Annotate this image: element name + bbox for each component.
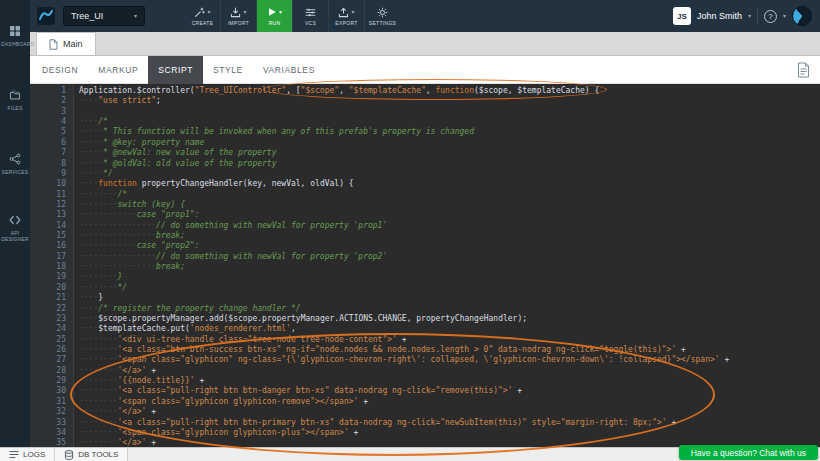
sidebar-item-label: SERVICES: [2, 169, 29, 175]
code-line: ·····* @key: property name: [79, 138, 820, 148]
logs-icon: [9, 450, 19, 459]
toolbar-icon-row: [377, 6, 388, 18]
line-number: 10: [30, 179, 66, 189]
toolbar-settings-button[interactable]: SETTINGS: [365, 0, 400, 32]
vcs-icon: [305, 7, 316, 18]
toolbar-import-button[interactable]: ▾IMPORT: [221, 0, 256, 32]
line-number: 21: [30, 293, 66, 303]
line-number: 16: [30, 241, 66, 251]
header-right: JS John Smith ▾ ? ▾: [673, 6, 820, 26]
line-number: 22: [30, 304, 66, 314]
code-content[interactable]: Application.$controller("Tree_UIControll…: [74, 84, 820, 447]
code-editor[interactable]: 1234567891011121314151617181920212223242…: [30, 84, 820, 447]
main-toolbar: ▾CREATE▾IMPORT▾RUNVCS▾EXPORTSETTINGS: [185, 0, 400, 32]
chevron-down-icon: ▾: [134, 13, 137, 19]
subtab-markup[interactable]: MARKUP: [88, 56, 148, 84]
code-line: ········*/: [79, 283, 820, 293]
wavemaker-logo-icon: [37, 7, 55, 25]
line-number: 30: [30, 386, 66, 396]
line-number: 23: [30, 314, 66, 324]
file-document-icon[interactable]: [797, 62, 810, 78]
line-number: 15: [30, 231, 66, 241]
toolbar-icon-row: ▾: [194, 6, 210, 18]
toolbar-label: EXPORT: [335, 20, 357, 26]
editor-mode-tabs: DESIGNMARKUPSCRIPTSTYLEVARIABLES: [32, 56, 325, 84]
sidebar-item-files[interactable]: FILES: [0, 68, 30, 132]
line-number: 26: [30, 345, 66, 355]
code-line: ················// do something with new…: [79, 221, 820, 231]
left-nav-sidebar: DASHBOARDFILESSERVICESAPI DESIGNER: [0, 0, 30, 447]
bottom-tab-db-tools[interactable]: DB TOOLS: [55, 448, 128, 461]
code-line: ····}: [79, 293, 820, 303]
open-files-tabbar: Main: [30, 32, 820, 56]
code-line: ········'<a class="btn btn-success btn-x…: [79, 345, 820, 355]
sidebar-item-services[interactable]: SERVICES: [0, 132, 30, 196]
code-line: ········}: [79, 272, 820, 282]
code-line: ················// do something with new…: [79, 252, 820, 262]
line-number: 8: [30, 159, 66, 169]
code-line: ·····* This function will be invoked whe…: [79, 127, 820, 137]
code-line: ·····* @oldVal: old value of the propert…: [79, 159, 820, 169]
wavemaker-studio-app: Tree_UI ▾ ▾CREATE▾IMPORT▾RUNVCS▾EXPORTSE…: [0, 0, 820, 461]
code-line: ····/* register the property change hand…: [79, 304, 820, 314]
code-line: ········switch (key) {: [79, 200, 820, 210]
subtab-style[interactable]: STYLE: [203, 56, 253, 84]
code-line: ····"use strict";: [79, 96, 820, 106]
line-number: 27: [30, 355, 66, 365]
toolbar-icon-row: [305, 6, 316, 18]
support-chat-avatar[interactable]: [792, 6, 812, 26]
toolbar-label: CREATE: [192, 20, 214, 26]
chat-with-us-button[interactable]: Have a question? Chat with us: [679, 445, 818, 460]
line-number: 12: [30, 200, 66, 210]
toolbar-icon-row: ▾: [230, 6, 246, 18]
code-line: ········'<a class="pull-right btn btn-da…: [79, 386, 820, 396]
line-number: 25: [30, 335, 66, 345]
toolbar-label: SETTINGS: [369, 20, 396, 26]
code-line: ········'<span class="glyphicon glyphico…: [79, 397, 820, 407]
sidebar-item-dashboard[interactable]: DASHBOARD: [0, 4, 30, 68]
chevron-down-icon: ▾: [279, 9, 282, 15]
user-menu-chevron-down-icon[interactable]: ▾: [748, 13, 751, 19]
line-number: 11: [30, 190, 66, 200]
code-line: ············case "prop2":: [79, 241, 820, 251]
chevron-down-icon: ▾: [351, 9, 354, 15]
page-icon: [49, 39, 58, 50]
toolbar-create-button[interactable]: ▾CREATE: [185, 0, 220, 32]
line-number: 14: [30, 221, 66, 231]
code-line: ·····*/: [79, 169, 820, 179]
code-line: ········'<span class="glyphicon glyphico…: [79, 428, 820, 438]
help-chevron-down-icon[interactable]: ▾: [783, 13, 786, 19]
settings-icon: [377, 7, 388, 18]
subtab-variables[interactable]: VARIABLES: [253, 56, 325, 84]
toolbar-run-button[interactable]: ▾RUN: [257, 0, 292, 32]
user-avatar[interactable]: JS: [673, 7, 691, 25]
project-selector[interactable]: Tree_UI ▾: [63, 6, 145, 26]
line-number: 19: [30, 272, 66, 282]
bottom-tab-logs[interactable]: LOGS: [0, 448, 55, 461]
line-number: 3: [30, 107, 66, 117]
sidebar-item-api-designer[interactable]: API DESIGNER: [0, 196, 30, 260]
help-button[interactable]: ?: [764, 10, 777, 23]
subtab-script[interactable]: SCRIPT: [148, 56, 203, 84]
project-name: Tree_UI: [71, 11, 103, 21]
toolbar-label: IMPORT: [228, 20, 249, 26]
code-line: ····/*: [79, 117, 820, 127]
toolbar-export-button[interactable]: ▾EXPORT: [329, 0, 364, 32]
code-line: [79, 107, 820, 117]
code-line: ················break;: [79, 262, 820, 272]
tab-label: Main: [63, 39, 83, 49]
line-number: 1: [30, 86, 66, 96]
import-icon: [230, 7, 241, 18]
user-name: John Smith: [697, 11, 742, 21]
toolbar-label: RUN: [269, 20, 281, 26]
line-number: 32: [30, 407, 66, 417]
code-line: ············case "prop1":: [79, 210, 820, 220]
top-header: Tree_UI ▾ ▾CREATE▾IMPORT▾RUNVCS▾EXPORTSE…: [30, 0, 820, 32]
editor-mode-tabbar: DESIGNMARKUPSCRIPTSTYLEVARIABLES: [30, 56, 820, 84]
line-number: 31: [30, 397, 66, 407]
subtab-design[interactable]: DESIGN: [32, 56, 88, 84]
toolbar-vcs-button[interactable]: VCS: [293, 0, 328, 32]
bottom-tab-label: DB TOOLS: [78, 450, 118, 459]
tab-main[interactable]: Main: [36, 32, 96, 55]
line-number: 28: [30, 366, 66, 376]
